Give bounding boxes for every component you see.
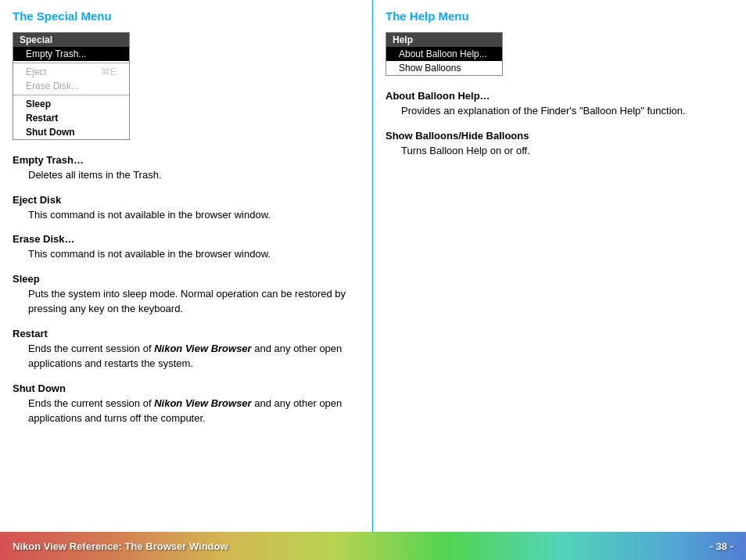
left-section-title: The Special Menu	[13, 9, 360, 23]
entry-title-shutdown: Shut Down	[13, 382, 360, 394]
footer-page: - 38 -	[710, 540, 746, 552]
menu-item-eject: Eject⌘E	[13, 65, 129, 79]
right-panel: The Help Menu Help About Balloon Help...…	[373, 0, 746, 532]
entry-sleep: Sleep Puts the system into sleep mode. N…	[13, 273, 360, 317]
right-section-title: The Help Menu	[386, 9, 733, 23]
footer-text: Nikon View Reference: The Browser Window	[0, 540, 228, 552]
menu-item-about-balloon: About Balloon Help...	[386, 47, 502, 61]
entry-empty-trash: Empty Trash… Deletes all items in the Tr…	[13, 154, 360, 183]
menu-item-sleep: Sleep	[13, 97, 129, 111]
menu-divider-1	[13, 63, 129, 63]
entry-desc-erase-disk: This command is not available in the bro…	[13, 246, 360, 262]
menu-item-restart: Restart	[13, 111, 129, 125]
menu-item-shutdown: Shut Down	[13, 125, 129, 139]
entry-desc-empty-trash: Deletes all items in the Trash.	[13, 167, 360, 183]
entry-title-about-balloon: About Balloon Help…	[386, 90, 733, 102]
entry-erase-disk: Erase Disk… This command is not availabl…	[13, 233, 360, 262]
entry-shutdown: Shut Down Ends the current session of Ni…	[13, 382, 360, 426]
special-menu-header: Special	[13, 33, 129, 47]
entry-desc-sleep: Puts the system into sleep mode. Normal …	[13, 286, 360, 317]
special-menu-mockup: Special Empty Trash... Eject⌘E Erase Dis…	[13, 32, 130, 140]
entry-title-eject-disk: Eject Disk	[13, 194, 360, 206]
entry-title-sleep: Sleep	[13, 273, 360, 285]
entry-title-empty-trash: Empty Trash…	[13, 154, 360, 166]
entry-title-show-balloons: Show Balloons/Hide Balloons	[386, 130, 733, 142]
entry-eject-disk: Eject Disk This command is not available…	[13, 194, 360, 223]
entry-title-restart: Restart	[13, 328, 360, 339]
footer-bar: Nikon View Reference: The Browser Window…	[0, 532, 746, 560]
menu-divider-2	[13, 95, 129, 95]
menu-item-empty-trash: Empty Trash...	[13, 47, 129, 61]
left-panel: The Special Menu Special Empty Trash... …	[0, 0, 373, 532]
help-menu-mockup: Help About Balloon Help... Show Balloons	[386, 32, 503, 76]
menu-item-show-balloons: Show Balloons	[386, 61, 502, 75]
entry-desc-shutdown: Ends the current session of Nikon View B…	[13, 396, 360, 426]
entry-desc-show-balloons: Turns Balloon Help on or off.	[386, 143, 733, 159]
entry-desc-eject-disk: This command is not available in the bro…	[13, 207, 360, 223]
entry-about-balloon: About Balloon Help… Provides an explanat…	[386, 90, 733, 119]
menu-item-erase-disk: Erase Disk...	[13, 79, 129, 93]
entry-show-balloons: Show Balloons/Hide Balloons Turns Balloo…	[386, 130, 733, 159]
entry-desc-restart: Ends the current session of Nikon View B…	[13, 341, 360, 372]
entry-desc-about-balloon: Provides an explanation of the Finder's …	[386, 103, 733, 119]
help-menu-header: Help	[386, 33, 502, 47]
entry-restart: Restart Ends the current session of Niko…	[13, 328, 360, 372]
entry-title-erase-disk: Erase Disk…	[13, 233, 360, 245]
